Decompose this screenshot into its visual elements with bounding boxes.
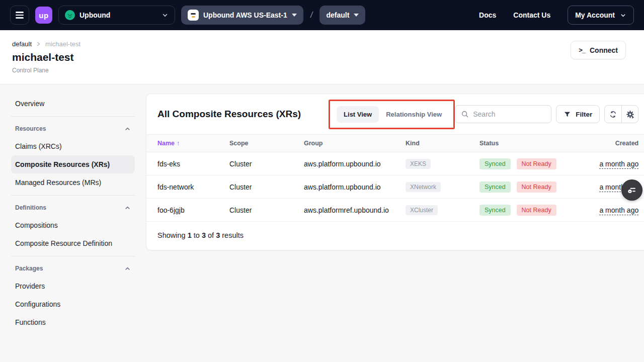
divider (11, 195, 135, 196)
cell-scope: Cluster (229, 183, 304, 191)
sort-asc-icon: ↑ (177, 140, 180, 147)
cell-name[interactable]: foo-6jgjb (157, 206, 229, 214)
my-account-button[interactable]: My Account (568, 6, 634, 25)
sidebar-section-resources[interactable]: Resources (11, 120, 135, 137)
refresh-controls (604, 105, 638, 123)
created-tooltip-link[interactable]: a month ago (599, 160, 638, 169)
search-box[interactable] (455, 105, 551, 123)
section-title: Resources (15, 125, 46, 132)
menu-icon[interactable] (10, 6, 29, 25)
connect-button[interactable]: >_ Connect (571, 41, 626, 59)
sidebar-item-providers[interactable]: Providers (11, 277, 135, 295)
chevron-down-icon (620, 12, 626, 19)
group-selector-dropdown[interactable]: default (319, 6, 365, 25)
control-plane-selector-label: Upbound AWS US-East-1 (203, 11, 287, 19)
cell-status: Synced Not Ready (479, 158, 583, 169)
cell-status: Synced Not Ready (479, 182, 583, 193)
cell-group: aws.platform.upbound.io (304, 160, 406, 168)
sidebar-item-configurations[interactable]: Configurations (11, 295, 135, 313)
tab-relationship-view[interactable]: Relationship View (381, 106, 447, 123)
summary-to: 3 (202, 231, 206, 239)
org-selector-label: Upbound (79, 11, 110, 19)
feedback-form-icon (627, 185, 637, 195)
created-tooltip-link[interactable]: a month ago (599, 206, 638, 215)
summary-text: results (222, 231, 244, 239)
search-icon (461, 110, 469, 118)
cell-name[interactable]: fds-network (157, 183, 229, 191)
sidebar-item-composite-resources[interactable]: Composite Resources (XRs) (11, 155, 135, 173)
contact-us-link[interactable]: Contact Us (513, 11, 550, 19)
docs-link[interactable]: Docs (479, 11, 496, 19)
chevron-up-icon (124, 205, 131, 211)
control-plane-icon (188, 10, 199, 21)
filter-button[interactable]: Filter (556, 105, 600, 123)
column-header-name[interactable]: Name ↑ (157, 140, 229, 147)
divider (11, 256, 135, 256)
terminal-icon: >_ (579, 46, 585, 54)
annotation-highlight-box: List View Relationship View (329, 100, 455, 129)
upbound-logo[interactable]: up (35, 7, 52, 24)
kind-badge: XNetwork (406, 182, 441, 192)
table-header-row: Name ↑ Scope Group Kind Status Created (146, 134, 644, 152)
refresh-button[interactable] (605, 106, 621, 123)
connect-label: Connect (590, 46, 618, 54)
page-header: default michael-test michael-test Contro… (0, 30, 644, 84)
my-account-label: My Account (575, 11, 615, 19)
resources-card: All Composite Resources (XRs) List View … (146, 94, 644, 250)
caret-down-icon (354, 14, 359, 17)
path-separator: / (308, 10, 314, 20)
column-header-scope: Scope (229, 140, 304, 147)
chevron-down-icon (162, 12, 169, 19)
cell-scope: Cluster (229, 206, 304, 214)
sidebar-item-claims[interactable]: Claims (XRCs) (11, 137, 135, 155)
status-badge-not-ready: Not Ready (517, 158, 556, 169)
column-label: Name (157, 140, 175, 147)
control-plane-selector-dropdown[interactable]: Upbound AWS US-East-1 (181, 6, 303, 25)
status-badge-synced: Synced (479, 158, 511, 169)
divider (11, 116, 135, 117)
section-title: Packages (15, 265, 43, 272)
org-selector-dropdown[interactable]: Upbound (58, 6, 175, 25)
table-row[interactable]: foo-6jgjb Cluster aws.platformref.upboun… (146, 199, 644, 222)
table-row[interactable]: fds-network Cluster aws.platform.upbound… (146, 175, 644, 199)
sidebar-item-xrd[interactable]: Composite Resource Definition (11, 234, 135, 252)
tab-list-view[interactable]: List View (337, 106, 379, 123)
breadcrumb: default michael-test (12, 40, 626, 48)
column-header-status: Status (479, 140, 583, 147)
cell-group: aws.platform.upbound.io (304, 183, 406, 191)
refresh-icon (609, 110, 617, 119)
card-title: All Composite Resources (XRs) (157, 109, 301, 120)
summary-text: Showing (157, 231, 186, 239)
group-selector-label: default (326, 11, 349, 19)
sidebar-section-definitions[interactable]: Definitions (11, 199, 135, 216)
kind-badge: XEKS (406, 159, 431, 169)
feedback-widget-button[interactable] (622, 180, 642, 200)
cell-status: Synced Not Ready (479, 205, 583, 216)
cell-created: a month ago (583, 160, 638, 168)
status-badge-synced: Synced (479, 182, 511, 193)
filter-label: Filter (576, 111, 592, 118)
sidebar-item-managed-resources[interactable]: Managed Resources (MRs) (11, 173, 135, 192)
summary-total: 3 (216, 231, 220, 239)
auto-refresh-settings-button[interactable] (621, 106, 638, 123)
cell-group: aws.platformref.upbound.io (304, 206, 406, 214)
search-input[interactable] (473, 110, 545, 118)
sidebar-item-compositions[interactable]: Compositions (11, 216, 135, 234)
kind-badge: XCluster (406, 205, 438, 215)
summary-text: to (194, 231, 200, 239)
sidebar: Overview Resources Claims (XRCs) Composi… (0, 84, 146, 331)
sidebar-item-functions[interactable]: Functions (11, 313, 135, 331)
cell-name[interactable]: fds-eks (157, 160, 229, 168)
table-row[interactable]: fds-eks Cluster aws.platform.upbound.io … (146, 152, 644, 175)
column-header-created: Created (583, 140, 638, 147)
sidebar-item-overview[interactable]: Overview (11, 95, 135, 113)
org-avatar-icon (65, 10, 75, 20)
breadcrumb-chevron-icon (36, 41, 41, 47)
caret-down-icon (292, 14, 297, 17)
breadcrumb-parent[interactable]: default (12, 40, 32, 48)
chevron-up-icon (124, 126, 131, 132)
summary-from: 1 (188, 231, 192, 239)
results-summary: Showing 1 to 3 of 3 results (146, 222, 644, 250)
section-title: Definitions (15, 204, 46, 211)
sidebar-section-packages[interactable]: Packages (11, 260, 135, 277)
